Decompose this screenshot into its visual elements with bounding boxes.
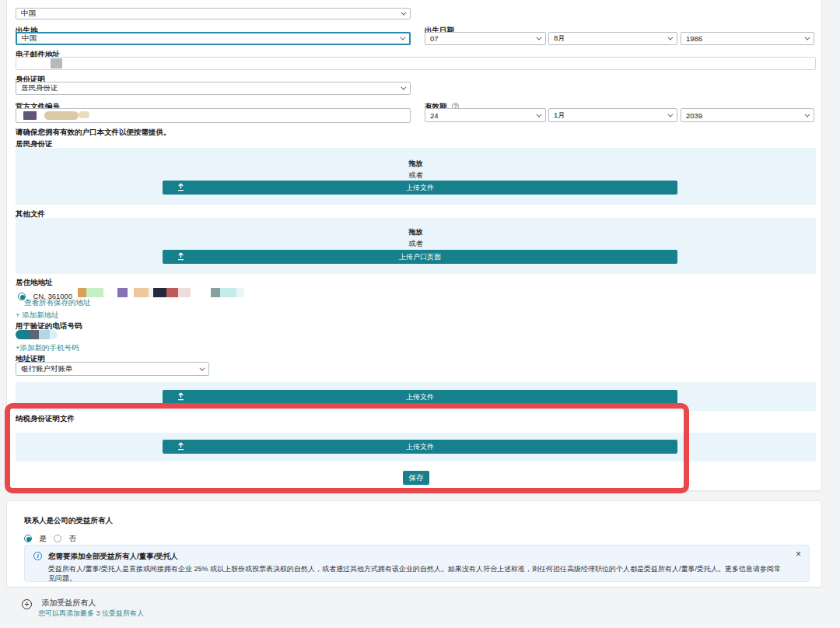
birth-day-select[interactable]: 07 [425,32,546,45]
chevron-down-icon [536,35,541,40]
birth-month-value: 8月 [554,33,565,44]
address-proof-value: 银行账户对账单 [21,364,73,374]
add-new-address-link[interactable]: + 添加新地址 [16,310,59,321]
tax-doc-label: 纳税身份证明文件 [16,414,75,424]
chevron-down-icon [804,111,810,117]
validity-year-select[interactable]: 2039 [681,108,814,122]
redacted-doc-number [23,111,89,125]
dropzone-or-text: 或者 [16,170,816,181]
plus-circle-icon: + [22,599,32,609]
tax-doc-dropzone[interactable]: 上传文件 [16,433,816,461]
doc-number-input[interactable] [16,108,411,123]
residential-address-label: 居住地地址 [16,278,53,288]
chevron-down-icon [536,111,541,117]
chevron-down-icon [401,10,406,16]
redacted-phone-number [16,330,58,339]
no-label: 否 [68,534,76,542]
beneficial-owner-question: 联系人是公司的受益所有人 [24,516,113,526]
radio-unselected-icon[interactable] [54,535,61,542]
view-all-addresses-link[interactable]: 查看所有保存的地址 [24,298,91,308]
beneficial-owner-yes-option[interactable]: 是 [24,530,47,544]
notice-body: 受益所有人/董事/受托人是直接或间接拥有企业 25% 或以上股份或投票表决权的自… [48,564,787,583]
add-beneficial-owner-hint: 您可以再添加最多 3 位受益所有人 [38,609,144,619]
birth-place-value: 中国 [22,33,37,44]
chevron-down-icon [667,35,673,40]
email-input[interactable] [16,57,816,70]
info-icon: i [33,552,42,560]
upload-icon [177,252,185,262]
add-new-phone-link[interactable]: +添加新的手机号码 [16,343,79,353]
redacted-email-value [51,58,62,72]
validity-month-select[interactable]: 1月 [548,108,677,122]
resident-id-dropzone[interactable]: 拖放 或者 上传文件 [16,148,816,205]
upload-icon [177,392,185,402]
other-docs-dropzone[interactable]: 拖放 或者 上传户口页面 [16,218,816,274]
address-proof-upload-button[interactable]: 上传文件 [163,390,677,404]
nationality-value: 中国 [21,9,36,19]
validity-year-value: 2039 [686,111,702,120]
upload-icon [177,442,185,452]
chevron-down-icon [401,85,406,90]
close-icon[interactable]: × [796,550,801,558]
other-docs-upload-button[interactable]: 上传户口页面 [163,250,677,264]
birth-place-select[interactable]: 中国 [16,32,411,45]
chevron-down-icon [804,35,810,40]
validity-day-value: 24 [430,111,439,120]
id-document-select[interactable]: 居民身份证 [16,82,411,95]
upload-icon [177,183,185,193]
birth-month-select[interactable]: 8月 [548,32,677,45]
dropzone-drag-text: 拖放 [16,227,816,237]
radio-selected-icon[interactable] [24,535,32,542]
dropzone-drag-text: 拖放 [16,159,816,169]
chevron-down-icon [199,365,205,370]
resident-id-upload-button[interactable]: 上传文件 [163,181,677,195]
hukou-note: 请确保您拥有有效的户口本文件以便按需提供。 [16,128,171,138]
address-proof-dropzone[interactable]: 上传文件 [16,382,816,411]
id-document-value: 居民身份证 [21,83,58,93]
beneficial-owner-no-option[interactable]: 否 [54,530,76,544]
kyc-form-page: { "colors": { "accent_teal": "#17808d", … [0,0,840,628]
upload-button-label: 上传户口页面 [399,252,441,262]
beneficial-owner-card: 联系人是公司的受益所有人 是 否 i 您需要添加全部受益所有人/董事/受托人 受… [6,500,822,588]
add-beneficial-owner-label: 添加受益所有人 [41,598,96,607]
birth-year-value: 1986 [686,34,702,43]
nationality-select[interactable]: 中国 [16,8,411,19]
beneficial-owner-notice: i 您需要添加全部受益所有人/董事/受托人 受益所有人/董事/受托人是直接或间接… [24,545,810,582]
personal-info-card: 中国 出生地 中国 出生日期 07 8月 1986 电子邮件地址 身份证明 居民… [6,0,822,491]
yes-label: 是 [39,534,47,542]
birth-day-value: 07 [430,34,439,43]
birth-year-select[interactable]: 1986 [681,32,814,45]
redacted-address [78,288,244,301]
save-button[interactable]: 保存 [403,471,429,485]
chevron-down-icon [400,35,405,40]
validity-day-select[interactable]: 24 [425,108,546,122]
upload-button-label: 上传文件 [406,392,434,402]
address-proof-select[interactable]: 银行账户对账单 [16,362,209,376]
notice-title: 您需要添加全部受益所有人/董事/受托人 [48,552,178,562]
upload-button-label: 上传文件 [406,442,434,452]
validity-month-value: 1月 [554,111,565,121]
tax-doc-upload-button[interactable]: 上传文件 [163,440,677,454]
dropzone-or-text: 或者 [16,239,816,249]
chevron-down-icon [667,111,673,117]
upload-button-label: 上传文件 [406,183,434,193]
